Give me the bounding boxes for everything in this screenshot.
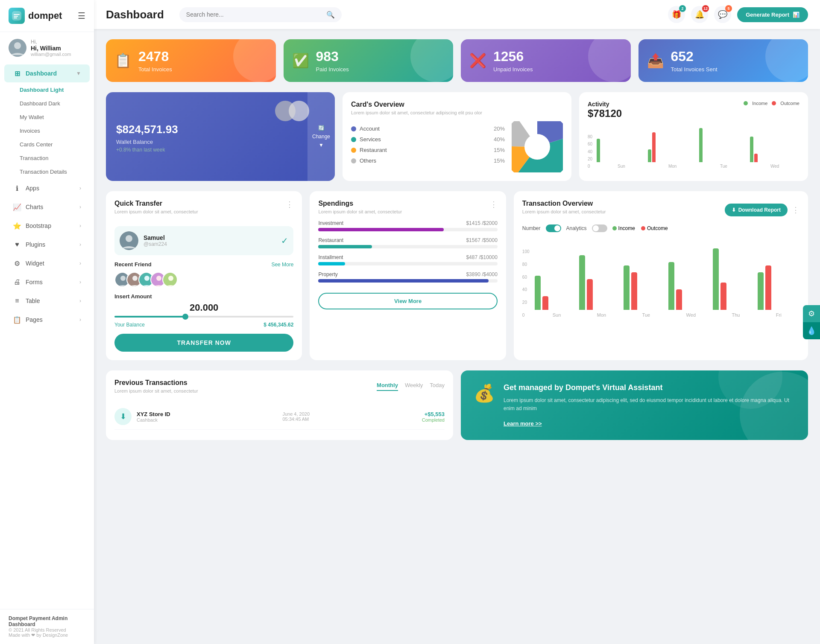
activity-amount: $78120	[588, 108, 622, 119]
tab-today[interactable]: Today	[430, 382, 445, 391]
more-options-button[interactable]: ⋮	[286, 200, 293, 209]
investment-bar-track	[318, 228, 497, 231]
search-input[interactable]	[186, 11, 323, 18]
income-bar-fri	[758, 272, 764, 310]
activity-chart: 80 60 40 20 0	[588, 124, 800, 169]
spending-property-top: Property $3890 /$4000	[318, 271, 497, 277]
slider-track[interactable]	[114, 316, 293, 318]
income-legend-dot	[612, 226, 617, 230]
sent-invoices-number: 652	[671, 49, 718, 64]
income-bar-tue	[624, 265, 630, 310]
sidebar-sub-transaction[interactable]: Transaction	[13, 152, 90, 165]
generate-report-label: Generate Report	[746, 12, 789, 18]
contact-card: Samuel @sam224 ✓	[114, 226, 293, 255]
generate-report-button[interactable]: Generate Report 📊	[737, 7, 808, 22]
sidebar-item-label: Charts	[26, 204, 43, 210]
cards-overview-subtitle: Lorem ipsum dolor sit amet, consectetur …	[351, 110, 563, 115]
sidebar-item-charts[interactable]: 📈 Charts ›	[4, 198, 90, 216]
sidebar-nav: ⊞ Dashboard ▼ Dashboard Light Dashboard …	[0, 64, 94, 609]
va-learn-more-link[interactable]: Learn more >>	[504, 420, 542, 427]
see-more-link[interactable]: See More	[271, 262, 293, 268]
big-y-axis: 100 80 60 40 20 0	[522, 249, 533, 318]
avatar	[9, 39, 26, 57]
sidebar-item-forms[interactable]: 🖨 Forms ›	[4, 273, 90, 291]
change-button[interactable]: 🔄 Change ▼	[308, 92, 335, 181]
user-greeting: Hi,	[31, 39, 71, 45]
sidebar-item-bootstrap[interactable]: ⭐ Bootstrap ›	[4, 217, 90, 235]
view-more-label: View More	[394, 298, 422, 304]
bar-group-mon	[648, 132, 697, 162]
transaction-info: XYZ Store ID Cashback	[137, 411, 170, 423]
paid-invoices-number: 983	[316, 49, 349, 64]
paid-invoices-label: Paid Invoices	[316, 66, 349, 73]
sidebar-item-dashboard[interactable]: ⊞ Dashboard ▼	[4, 64, 90, 82]
gift-badge: 2	[679, 5, 686, 12]
footer-brand: Dompet Payment Admin Dashboard	[9, 615, 85, 627]
sidebar-sub-my-wallet[interactable]: My Wallet	[13, 111, 90, 124]
sidebar-item-apps[interactable]: ℹ Apps ›	[4, 179, 90, 197]
analytics-toggle[interactable]	[592, 224, 607, 232]
tab-weekly[interactable]: Weekly	[405, 382, 423, 391]
user-email: william@gmail.com	[31, 52, 71, 57]
to-more-options[interactable]: ⋮	[792, 205, 800, 215]
transfer-now-button[interactable]: TRANSFER NOW	[114, 334, 293, 352]
pt-tabs: Monthly Weekly Today	[377, 382, 445, 391]
transaction-overview-subtitle: Lorem ipsum dolor sit amet, consectetur	[522, 209, 606, 214]
sidebar-sub-dashboard-light[interactable]: Dashboard Light	[13, 83, 90, 96]
investment-bar-fill	[318, 228, 444, 231]
sidebar-item-pages[interactable]: 📋 Pages ›	[4, 311, 90, 329]
sidebar-sub-invoices[interactable]: Invoices	[13, 124, 90, 137]
tab-monthly[interactable]: Monthly	[377, 382, 398, 391]
notification-button[interactable]: 🔔 12	[691, 6, 708, 23]
water-side-button[interactable]: 💧	[803, 322, 820, 339]
overview-content: Account 20% Services 40%	[351, 121, 563, 172]
income-bar-mon	[648, 149, 651, 162]
property-bar-fill	[318, 279, 488, 283]
view-more-button[interactable]: View More	[318, 293, 497, 309]
outcome-bar-tue	[631, 272, 637, 310]
page-title: Dashboard	[106, 8, 164, 21]
sidebar-item-table[interactable]: ≡ Table ›	[4, 292, 90, 310]
analytics-toggle-label: Analytics	[566, 225, 587, 231]
header: Dashboard 🔍 🎁 2 🔔 12 💬 5 Generate Report…	[94, 0, 820, 29]
stat-cards: 📋 2478 Total Invoices ✅ 983 Paid Invoice…	[106, 39, 808, 82]
sidebar-sub-cards-center[interactable]: Cards Center	[13, 138, 90, 151]
wallet-circles	[275, 101, 309, 121]
sidebar-sub-dashboard-dark[interactable]: Dashboard Dark	[13, 97, 90, 110]
gift-button[interactable]: 🎁 2	[668, 6, 685, 23]
income-legend-item: Income	[612, 225, 635, 231]
last-row: Previous Transactions Lorem ipsum dolor …	[106, 370, 808, 440]
sidebar-item-plugins[interactable]: ♥ Plugins ›	[4, 236, 90, 254]
message-button[interactable]: 💬 5	[714, 6, 731, 23]
pt-header: Previous Transactions Lorem ipsum dolor …	[114, 379, 445, 399]
outcome-bar-thu	[720, 283, 726, 310]
sidebar-item-widget[interactable]: ⚙ Widget ›	[4, 254, 90, 272]
friend-avatars	[114, 272, 293, 287]
restaurant-dot	[351, 148, 356, 153]
quick-transfer-header: Quick Transfer Lorem ipsum dolor sit ame…	[114, 200, 293, 220]
unpaid-icon: ❌	[469, 52, 486, 69]
spendings-card: Spendings Lorem ipsum dolor sit amet, co…	[310, 191, 506, 360]
svg-point-15	[144, 276, 149, 281]
total-invoices-number: 2478	[138, 49, 172, 64]
contact-handle: @sam224	[144, 241, 167, 247]
bottom-row: Quick Transfer Lorem ipsum dolor sit ame…	[106, 191, 808, 360]
sent-icon: 📤	[647, 52, 664, 69]
stat-card-unpaid-invoices: ❌ 1256 Unpaid Invoices	[461, 39, 631, 82]
services-dot	[351, 137, 356, 142]
number-toggle[interactable]	[546, 224, 561, 232]
legend-item-others: Others 15%	[351, 157, 505, 164]
income-bar-tue	[699, 128, 703, 162]
stat-card-total-invoices: 📋 2478 Total Invoices	[106, 39, 276, 82]
transaction-overview-title: Transaction Overview	[522, 200, 606, 207]
contact-avatar	[120, 231, 138, 250]
hamburger-icon[interactable]: ☰	[78, 11, 85, 21]
download-report-button[interactable]: ⬇ Download Report	[725, 204, 788, 216]
spendings-more-options[interactable]: ⋮	[490, 200, 498, 209]
bar-labels: Sun Mon Tue Wed	[597, 164, 800, 169]
wallet-change: +0.8% than last week	[116, 147, 325, 153]
transaction-amount: +$5,553	[422, 411, 445, 417]
settings-side-button[interactable]: ⚙	[803, 305, 820, 322]
sidebar-sub-transaction-details[interactable]: Transaction Details	[13, 165, 90, 178]
main-content: Dashboard 🔍 🎁 2 🔔 12 💬 5 Generate Report…	[94, 0, 820, 644]
